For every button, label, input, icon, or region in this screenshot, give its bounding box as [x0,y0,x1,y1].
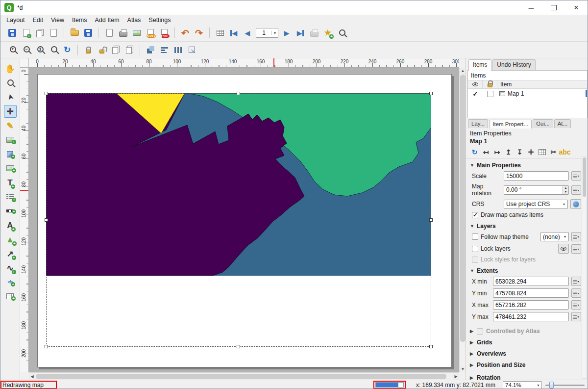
section-main-properties[interactable]: Main Properties [470,162,581,169]
data-defined-override-button[interactable] [571,244,581,254]
add-scalebar-tool-button[interactable]: + [4,205,17,217]
move-item-content-tool-button[interactable]: ✛ [4,105,17,118]
atlas-preview-button[interactable] [213,26,227,40]
section-overviews[interactable]: Overviews [470,350,581,357]
tab-item-properties[interactable]: Item Propert... [489,120,532,129]
item-row-map1[interactable]: Map 1 [468,89,587,99]
properties-scrollbar[interactable] [582,156,587,379]
selection-handle-e[interactable] [429,218,433,222]
y-max-input[interactable] [493,312,569,321]
labeling-settings-button[interactable]: abc [559,146,570,157]
add-arrow-tool-button[interactable]: ↗+ [4,247,17,260]
export-pdf-button[interactable]: PDF [157,26,171,40]
selection-handle-s[interactable] [237,345,240,348]
horizontal-scroll-thumb[interactable] [36,374,446,379]
data-defined-override-button[interactable] [571,232,581,241]
data-defined-override-button[interactable] [571,171,581,181]
group-items-button[interactable] [109,43,122,57]
map-rotation-input[interactable] [504,185,569,195]
selection-handle-sw[interactable] [45,345,48,348]
crs-combo[interactable]: Use project CRS [504,200,568,209]
add-picture-tool-button[interactable]: + [4,162,17,175]
data-defined-override-button[interactable] [571,300,581,310]
undo-button[interactable]: ↶ [178,26,192,40]
atlas-page-combo[interactable]: 1 [256,28,278,38]
x-min-input[interactable] [493,277,569,286]
menu-item-edit[interactable]: Edit [29,16,48,25]
scroll-left-icon[interactable]: ◀ [29,373,35,380]
add-3d-map-tool-button[interactable]: + [4,148,17,160]
lock-styles-checkbox[interactable] [472,257,478,263]
add-label-tool-button[interactable]: T+ [4,176,17,189]
visibility-cell[interactable] [468,90,483,98]
tab-undo-history[interactable]: Undo History [492,59,535,70]
draw-canvas-items-checkbox[interactable] [472,212,478,218]
selection-handle-n[interactable] [237,92,240,95]
atlas-prev-button[interactable]: ◀ [241,26,254,40]
layout-manager-button[interactable] [47,26,60,40]
new-layout-button[interactable]: + [19,26,33,40]
print-button[interactable] [116,26,130,40]
map-theme-combo[interactable]: (none) [540,232,569,241]
interactive-edit-extent-button[interactable]: ✛ [525,146,537,157]
spin-up-icon[interactable]: ▲ [563,186,568,190]
menu-item-items[interactable]: Items [68,16,91,25]
atlas-first-button[interactable]: ◀ [227,26,241,40]
edit-nodes-tool-button[interactable]: ✎ [4,119,17,132]
grid-settings-button[interactable] [537,146,548,157]
zoom-in-button[interactable]: + [5,43,19,57]
menu-item-layout[interactable]: Layout [2,16,29,25]
export-image-button[interactable] [130,26,144,40]
tab-layout[interactable]: Lay... [468,119,488,128]
resize-items-button[interactable] [185,43,198,57]
zoom-tool-button[interactable] [4,77,17,89]
add-html-tool-button[interactable]: </>+ [4,276,17,288]
menu-item-atlas[interactable]: Atlas [123,16,145,25]
y-min-input[interactable] [493,288,569,298]
zoom-actual-button[interactable]: 1 [33,43,47,57]
refresh-preview-button[interactable]: ↻ [469,146,480,157]
selection-handle-w[interactable] [45,218,48,222]
minimize-button[interactable] [520,0,542,15]
export-svg-button[interactable]: SVG [144,26,157,40]
selection-handle-nw[interactable] [45,92,48,95]
atlas-last-button[interactable]: ▶ [294,26,307,40]
x-max-input[interactable] [493,300,569,310]
tab-guides[interactable]: Gui... [533,119,553,128]
save-layout-button[interactable] [81,26,95,40]
follow-map-theme-checkbox[interactable] [472,233,478,240]
section-grids[interactable]: Grids [470,339,581,346]
vertical-scroll-thumb[interactable] [460,75,466,342]
lock-layers-checkbox[interactable] [472,246,478,252]
align-items-button[interactable] [157,43,171,57]
select-move-item-tool-button[interactable]: ➤ [4,91,17,104]
distribute-items-button[interactable] [171,43,185,57]
select-crs-button[interactable] [570,199,581,209]
atlas-settings-button[interactable]: ★+ [321,26,335,40]
raise-items-button[interactable] [144,43,157,57]
zoom-full-button[interactable] [47,43,60,57]
lock-checkbox[interactable] [487,91,493,97]
menu-item-view[interactable]: View [47,16,68,25]
ungroup-items-button[interactable] [122,43,136,57]
zoom-level-combo[interactable]: 74.1% [503,381,542,389]
maximize-button[interactable] [542,0,565,15]
zoom-slider-handle[interactable] [549,382,554,389]
section-extents[interactable]: Extents [470,267,581,274]
selection-handle-se[interactable] [429,345,433,348]
tab-atlas[interactable]: At... [554,119,571,128]
view-map-extent-button[interactable]: ↦ [491,146,503,157]
section-controlled-by-atlas[interactable]: Controlled by Atlas [470,328,581,335]
canvas-vertical-scrollbar[interactable]: ▲ ▼ [459,68,466,372]
map-item-preview[interactable] [46,93,431,276]
clipping-settings-button[interactable]: ✂ [548,146,559,157]
controlled-by-atlas-checkbox[interactable] [477,328,483,335]
layer-visibility-button[interactable] [558,244,569,254]
layout-page[interactable] [37,74,452,367]
layout-options-button[interactable] [335,26,348,40]
scale-input[interactable] [504,171,569,181]
save-button[interactable] [5,26,19,40]
lock-items-button[interactable] [81,43,95,57]
data-defined-override-button[interactable] [571,185,581,195]
tab-items[interactable]: Items [468,59,491,71]
